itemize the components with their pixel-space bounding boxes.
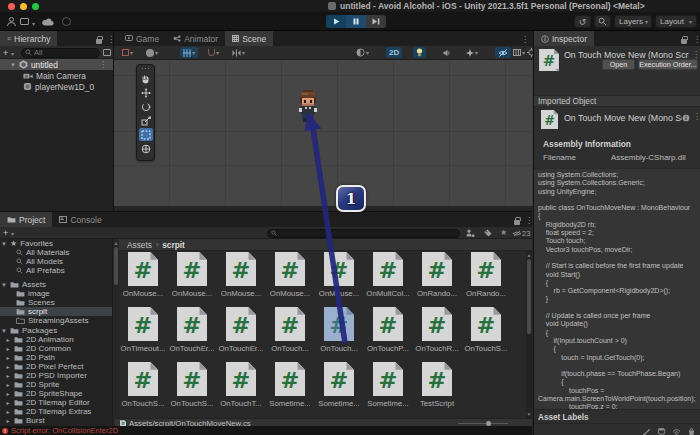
collab-icon[interactable]	[62, 17, 71, 26]
hierarchy-item-player[interactable]: playerNew1D_0	[0, 81, 113, 92]
tree-folder-image[interactable]: image	[0, 289, 112, 298]
hierarchy-add-dropdown-arrow[interactable]: ▾	[11, 50, 14, 57]
project-add-dropdown-arrow[interactable]: ▾	[11, 230, 14, 237]
scene-panel-menu-icon[interactable]: ⋮	[521, 35, 529, 44]
project-menu-icon[interactable]: ⋮	[525, 216, 533, 225]
scene-mask-button[interactable]: ▾	[143, 47, 161, 58]
account-icon[interactable]	[6, 16, 17, 27]
tree-package-2d-psd-importer[interactable]: ▸2D PSD Importer	[0, 371, 112, 380]
tree-package-2d-path[interactable]: ▸2D Path	[0, 353, 112, 362]
scene-effects-button[interactable]: ▾	[463, 47, 481, 58]
scene-viewport[interactable]	[114, 60, 533, 206]
project-add-button[interactable]: +	[3, 228, 8, 238]
disclosure-arrow[interactable]: ▸	[5, 417, 11, 424]
tab-project[interactable]: Project	[0, 212, 52, 227]
grid-scrollbar[interactable]: ▲ ▼	[526, 251, 532, 418]
view-tool-button[interactable]	[139, 72, 153, 85]
search-button[interactable]	[594, 15, 611, 28]
tab-console[interactable]: Console	[52, 212, 108, 227]
tree-item-all-materials[interactable]: All Materials	[0, 248, 112, 257]
hierarchy-preset-icon[interactable]	[103, 49, 111, 56]
tree-packages-packages[interactable]: ▼Packages	[0, 326, 112, 335]
tree-assets-assets[interactable]: ▼Assets	[0, 280, 112, 289]
asset-item[interactable]: #OnTouchS...	[169, 362, 215, 408]
tree-item-all-models[interactable]: All Models	[0, 257, 112, 266]
search-by-type-icon[interactable]	[466, 229, 475, 237]
disclosure-arrow[interactable]: ▸	[5, 408, 11, 415]
asset-item[interactable]: #OnMouse...	[120, 252, 166, 298]
scene-drawmode-button[interactable]: ▾	[119, 47, 136, 58]
layout-dropdown[interactable]: Layout▾	[655, 15, 697, 28]
asset-item[interactable]: #OnMouse...	[218, 252, 264, 298]
breadcrumb-current[interactable]: scrpit	[162, 240, 185, 250]
script-header-menu-icon[interactable]: ⋮	[692, 50, 700, 59]
inspector-menu-icon[interactable]: ⋮	[693, 35, 700, 44]
asset-item[interactable]: #Sometime...	[316, 362, 362, 408]
disclosure-arrow[interactable]: ▸	[5, 390, 11, 397]
asset-item[interactable]: #OnMultCol...	[365, 252, 411, 298]
disclosure-arrow[interactable]: ▸	[5, 345, 11, 352]
project-tree-scrollbar[interactable]: ▲ ▼	[112, 239, 119, 427]
tree-package-2d-tilemap-extras[interactable]: ▸2D Tilemap Extras	[0, 407, 112, 416]
hierarchy-item-main-camera[interactable]: Main Camera	[0, 70, 113, 81]
tools-drag-handle[interactable]	[141, 67, 150, 70]
move-tool-button[interactable]	[139, 86, 153, 99]
asset-item[interactable]: #OnTouch...	[267, 307, 313, 353]
disclosure-arrow[interactable]: ▼	[1, 282, 7, 288]
hierarchy-item-untitled[interactable]: ▼ untitled ⋮	[0, 59, 113, 70]
play-button[interactable]	[326, 15, 346, 28]
disclosure-arrow[interactable]: ▸	[5, 354, 11, 361]
disclosure-arrow[interactable]: ▼	[1, 328, 7, 334]
grid-scroll-down-icon[interactable]: ▼	[526, 411, 532, 417]
asset-item[interactable]: #Sometime...	[365, 362, 411, 408]
tree-folder-streamingassets[interactable]: StreamingAssets	[0, 316, 112, 325]
asset-item[interactable]: #OnMouse...	[267, 252, 313, 298]
layers-dropdown[interactable]: Layers▾	[614, 15, 652, 28]
untitled-menu-icon[interactable]: ⋮	[99, 60, 107, 69]
search-by-label-icon[interactable]	[484, 229, 492, 237]
scene-audio-button[interactable]	[440, 47, 454, 58]
script-icon-dropdown-arrow[interactable]: ▾	[556, 66, 559, 73]
favorites-star-icon[interactable]: ★	[500, 228, 507, 237]
disclosure-arrow[interactable]: ▸	[5, 381, 11, 388]
disclosure-arrow[interactable]: ▸	[5, 372, 11, 379]
asset-item[interactable]: #OnRando...	[414, 252, 460, 298]
grid-visual-button[interactable]: ▾	[180, 47, 198, 58]
transform-tool-button[interactable]	[139, 142, 153, 155]
asset-item[interactable]: #OnTouchEr...	[218, 307, 264, 353]
tree-package-2d-spriteshape[interactable]: ▸2D SpriteShape	[0, 389, 112, 398]
tree-package-2d-sprite[interactable]: ▸2D Sprite	[0, 380, 112, 389]
asset-item[interactable]: #OnTouchS...	[120, 362, 166, 408]
shading-mode-button[interactable]: ▾	[353, 47, 372, 58]
close-window-button[interactable]	[8, 3, 15, 10]
tab-game[interactable]: Game	[118, 31, 166, 46]
services-icon[interactable]	[20, 18, 29, 25]
tree-package-2d-common[interactable]: ▸2D Common	[0, 344, 112, 353]
tree-package-2d-pixel-perfect[interactable]: ▸2D Pixel Perfect	[0, 362, 112, 371]
asset-item[interactable]: #OnRando...	[463, 252, 509, 298]
tab-inspector[interactable]: Inspector	[534, 31, 594, 46]
asset-item[interactable]: #OnTouchEr...	[169, 307, 215, 353]
hierarchy-add-button[interactable]: +	[3, 48, 8, 58]
breadcrumb-assets[interactable]: Assets	[127, 240, 152, 250]
tree-package-2d-animation[interactable]: ▸2D Animation	[0, 335, 112, 344]
tab-animator[interactable]: Animator	[166, 31, 225, 46]
project-lock-icon[interactable]	[514, 217, 520, 227]
open-button[interactable]: Open	[602, 59, 635, 70]
scene-visibility-button[interactable]	[495, 47, 511, 58]
2d-toggle-button[interactable]: 2D	[386, 47, 402, 58]
rect-tool-button[interactable]	[139, 128, 153, 141]
asset-item[interactable]: #TestScript	[414, 362, 460, 408]
asset-bundle-icon-4[interactable]	[687, 427, 696, 435]
undo-history-button[interactable]: ↺	[574, 15, 591, 28]
info-icon[interactable]	[682, 114, 690, 122]
untitled-disclosure-arrow[interactable]: ▼	[10, 62, 16, 68]
snap-size-button[interactable]: ▾	[229, 47, 248, 58]
minimize-window-button[interactable]	[20, 3, 27, 10]
tree-folder-scrpit[interactable]: scrpit	[0, 307, 112, 316]
hidden-count-eye-icon[interactable]	[512, 230, 522, 237]
hierarchy-lock-icon[interactable]	[96, 36, 102, 46]
cloud-icon[interactable]	[42, 18, 54, 26]
snap-move-button[interactable]: ▾	[205, 47, 222, 58]
camera-overlay-button[interactable]: ▾	[512, 47, 526, 58]
